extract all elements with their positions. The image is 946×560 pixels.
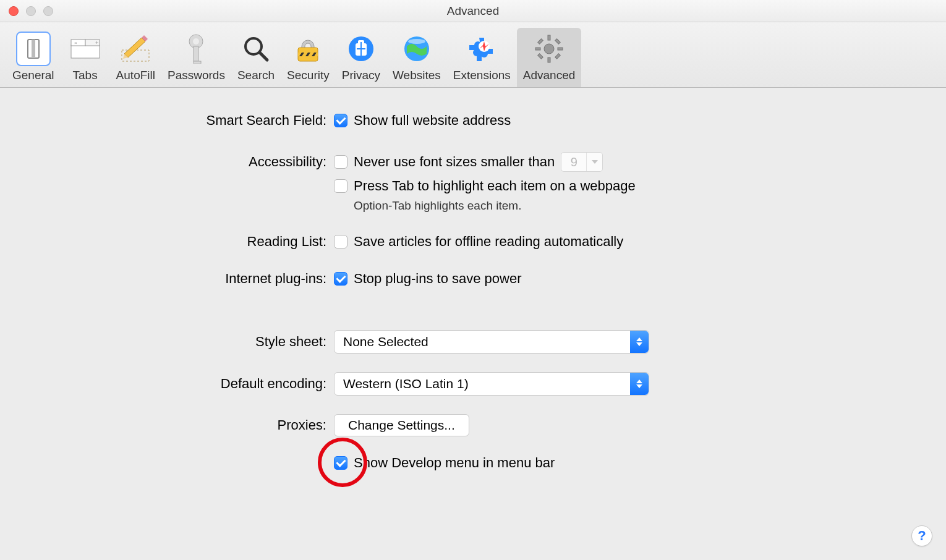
- svg-rect-11: [194, 61, 201, 64]
- toolbar-tab-advanced[interactable]: Advanced: [517, 28, 582, 87]
- privacy-icon: [344, 32, 378, 66]
- help-icon: ?: [918, 528, 926, 544]
- svg-rect-37: [555, 54, 560, 59]
- toolbar-tab-general[interactable]: General: [6, 28, 61, 87]
- toolbar-tab-label: Extensions: [453, 69, 511, 82]
- show-full-address-label: Show full website address: [354, 112, 511, 129]
- svg-rect-30: [548, 35, 550, 40]
- svg-rect-32: [535, 48, 540, 50]
- chevron-down-icon: [586, 153, 602, 171]
- svg-rect-2: [71, 45, 100, 58]
- style-sheet-label: Style sheet:: [25, 334, 334, 350]
- toolbar-tab-websites[interactable]: Websites: [386, 28, 447, 87]
- toolbar-tab-security[interactable]: Security: [281, 28, 336, 87]
- svg-rect-35: [555, 39, 560, 44]
- general-icon: [16, 32, 51, 66]
- toolbar-tab-search[interactable]: Search: [231, 28, 281, 87]
- style-sheet-value: None Selected: [343, 334, 428, 349]
- window-titlebar: Advanced: [0, 0, 946, 22]
- preferences-content: Smart Search Field: Show full website ad…: [0, 88, 946, 502]
- help-button[interactable]: ?: [911, 525, 932, 546]
- toolbar-tab-label: Privacy: [342, 69, 380, 82]
- extensions-icon: [464, 32, 499, 66]
- smart-search-label: Smart Search Field:: [25, 112, 334, 129]
- toolbar-tab-label: Security: [287, 69, 330, 82]
- svg-point-9: [193, 38, 199, 45]
- svg-rect-33: [558, 48, 563, 50]
- save-offline-label: Save articles for offline reading automa…: [354, 234, 623, 250]
- option-tab-hint: Option-Tab highlights each item.: [354, 199, 521, 213]
- svg-point-29: [544, 44, 554, 54]
- proxies-label: Proxies:: [25, 417, 334, 433]
- font-min-size-stepper[interactable]: 9: [561, 152, 603, 172]
- svg-text:×: ×: [74, 40, 77, 46]
- svg-line-13: [260, 53, 267, 60]
- press-tab-label: Press Tab to highlight each item on a we…: [354, 178, 636, 194]
- press-tab-checkbox[interactable]: [334, 179, 347, 193]
- select-arrows-icon: [630, 331, 649, 353]
- show-develop-menu-checkbox[interactable]: [334, 456, 347, 470]
- never-font-smaller-checkbox[interactable]: [334, 155, 347, 169]
- svg-point-26: [408, 39, 425, 44]
- default-encoding-select[interactable]: Western (ISO Latin 1): [334, 372, 649, 396]
- svg-rect-1: [32, 40, 35, 58]
- save-offline-checkbox[interactable]: [334, 235, 347, 248]
- change-settings-button[interactable]: Change Settings...: [334, 414, 469, 436]
- passwords-icon: [179, 32, 213, 66]
- svg-rect-36: [538, 54, 543, 59]
- plugins-label: Internet plug-ins:: [25, 271, 334, 287]
- window-controls: [9, 6, 53, 16]
- close-window-button[interactable]: [9, 6, 19, 16]
- toolbar-tab-extensions[interactable]: Extensions: [447, 28, 517, 87]
- reading-list-label: Reading List:: [25, 234, 334, 250]
- toolbar-tab-autofill[interactable]: AutoFill: [110, 28, 161, 87]
- never-font-smaller-label: Never use font sizes smaller than: [354, 154, 555, 170]
- svg-rect-34: [538, 39, 543, 44]
- default-encoding-label: Default encoding:: [25, 376, 334, 392]
- minimize-window-button[interactable]: [26, 6, 36, 16]
- advanced-icon: [532, 32, 566, 66]
- toolbar-tab-passwords[interactable]: Passwords: [161, 28, 231, 87]
- zoom-window-button[interactable]: [43, 6, 53, 16]
- toolbar-tab-label: Passwords: [168, 69, 225, 82]
- stop-plugins-label: Stop plug-ins to save power: [354, 271, 522, 287]
- toolbar-tab-label: Advanced: [523, 69, 576, 82]
- toolbar-tab-label: General: [12, 69, 54, 82]
- accessibility-label: Accessibility:: [25, 154, 334, 170]
- toolbar-tab-label: AutoFill: [116, 69, 155, 82]
- show-full-address-checkbox[interactable]: [334, 114, 347, 127]
- toolbar-tab-tabs[interactable]: ×+ Tabs: [61, 28, 110, 87]
- autofill-icon: [118, 32, 153, 66]
- svg-text:+: +: [95, 40, 98, 46]
- websites-icon: [399, 32, 434, 66]
- svg-rect-31: [548, 57, 550, 62]
- svg-rect-10: [194, 46, 198, 61]
- select-arrows-icon: [630, 373, 649, 395]
- default-encoding-value: Western (ISO Latin 1): [343, 376, 469, 391]
- window-title: Advanced: [0, 4, 946, 18]
- search-icon: [239, 32, 273, 66]
- show-develop-menu-label: Show Develop menu in menu bar: [354, 455, 555, 471]
- svg-rect-3: [71, 40, 85, 46]
- security-icon: [291, 32, 325, 66]
- svg-marker-38: [592, 160, 598, 164]
- toolbar-tab-label: Tabs: [73, 69, 98, 82]
- style-sheet-select[interactable]: None Selected: [334, 330, 649, 354]
- stop-plugins-checkbox[interactable]: [334, 272, 347, 286]
- preferences-toolbar: General ×+ Tabs AutoFill Passwords Searc…: [0, 22, 946, 88]
- toolbar-tab-label: Websites: [393, 69, 441, 82]
- font-min-size-value: 9: [561, 153, 586, 171]
- toolbar-tab-label: Search: [237, 69, 275, 82]
- toolbar-tab-privacy[interactable]: Privacy: [336, 28, 386, 87]
- tabs-icon: ×+: [68, 32, 103, 66]
